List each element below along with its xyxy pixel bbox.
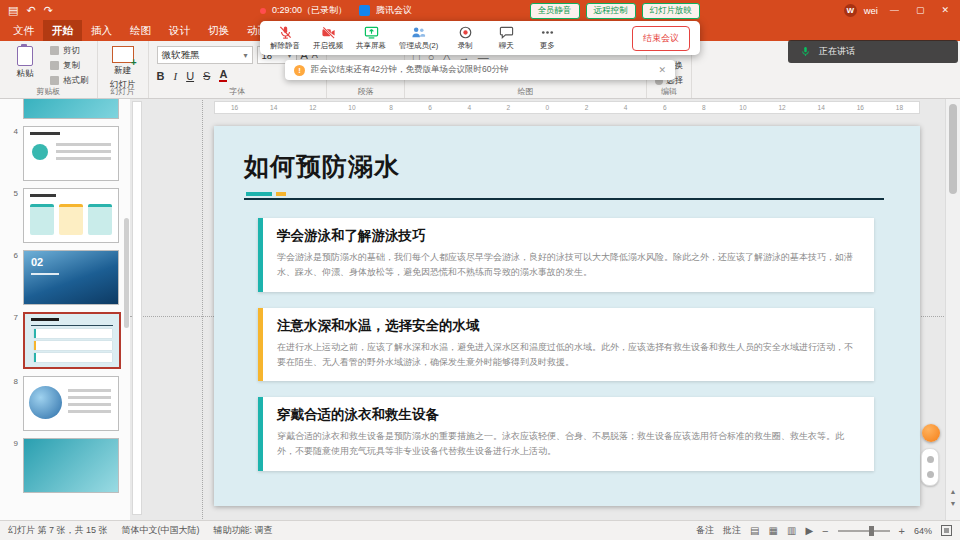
- chat-control[interactable]: 聊天: [492, 25, 520, 51]
- vertical-scrollbar[interactable]: ▲ ▼: [945, 98, 960, 521]
- ruler-tick: 0: [528, 104, 567, 111]
- card-accent-bar: [258, 218, 263, 292]
- more-control[interactable]: 更多: [533, 25, 561, 51]
- ruler-tick: 2: [489, 104, 528, 111]
- end-meeting-button[interactable]: 结束会议: [632, 26, 690, 51]
- menu-tab-3[interactable]: 绘图: [121, 20, 160, 41]
- content-card-1[interactable]: 学会游泳和了解游泳技巧学会游泳是预防溺水的基础，我们每个人都应该尽早学会游泳，良…: [258, 218, 874, 292]
- next-slide-icon[interactable]: ▼: [946, 500, 960, 507]
- strikethrough-button[interactable]: S: [203, 70, 210, 82]
- ruler-tick: 14: [254, 104, 293, 111]
- new-slide-button[interactable]: 新建 幻灯片: [106, 46, 140, 91]
- ruler-tick: 14: [802, 104, 841, 111]
- speaking-indicator: 正在讲话: [788, 40, 958, 63]
- slide-thumbnail-3[interactable]: 301: [2, 98, 124, 119]
- slide-preview[interactable]: 01: [23, 98, 119, 119]
- slide-preview[interactable]: [23, 188, 119, 243]
- slide-preview[interactable]: [23, 312, 121, 369]
- zoom-slider-knob[interactable]: [869, 526, 874, 536]
- ruler-tick: 4: [450, 104, 489, 111]
- paste-button[interactable]: 粘贴: [8, 46, 42, 85]
- control-label: 开启视频: [313, 41, 343, 51]
- card-accent-bar: [258, 308, 263, 382]
- bold-button[interactable]: B: [157, 70, 165, 82]
- content-card-2[interactable]: 注意水深和水温，选择安全的水域在进行水上运动之前，应该了解水深和水温，避免进入深…: [258, 308, 874, 382]
- meeting-pill-2[interactable]: 幻灯片放映: [642, 3, 701, 19]
- scrollbar-thumb[interactable]: [949, 104, 957, 194]
- zoom-level[interactable]: 64%: [914, 526, 932, 536]
- slide-thumbnail-8[interactable]: 8: [2, 376, 124, 431]
- slide-preview[interactable]: [23, 376, 119, 431]
- menu-tab-1[interactable]: 开始: [43, 20, 82, 41]
- slideshow-view-icon[interactable]: ▶: [805, 525, 813, 536]
- slide-preview[interactable]: [23, 126, 119, 181]
- content-card-3[interactable]: 穿戴合适的泳衣和救生设备穿戴合适的泳衣和救生设备是预防溺水的重要措施之一。泳衣应…: [258, 397, 874, 471]
- notice-close-icon[interactable]: ✕: [658, 65, 666, 75]
- minimize-button[interactable]: —: [885, 5, 904, 15]
- menu-tab-2[interactable]: 插入: [82, 20, 121, 41]
- slide-number: 3: [2, 98, 18, 119]
- control-label: 更多: [540, 41, 555, 51]
- notes-toggle[interactable]: 备注: [696, 524, 714, 537]
- fit-to-window-icon[interactable]: [941, 525, 952, 536]
- slide-number: 6: [2, 250, 18, 305]
- camera-off-control[interactable]: 开启视频: [313, 25, 343, 51]
- language-indicator[interactable]: 简体中文(中国大陆): [122, 524, 200, 537]
- slide-thumbnail-4[interactable]: 4: [2, 126, 124, 181]
- ruler-tick: 12: [763, 104, 802, 111]
- font-color-button[interactable]: A: [219, 69, 227, 82]
- floating-tools-pill[interactable]: [921, 448, 939, 486]
- slide-thumbnail-5[interactable]: 5: [2, 188, 124, 243]
- slide-thumbnail-6[interactable]: 602: [2, 250, 124, 305]
- restore-button[interactable]: ▢: [911, 5, 930, 15]
- reading-view-icon[interactable]: ▥: [787, 525, 796, 536]
- card-heading: 穿戴合适的泳衣和救生设备: [277, 406, 858, 424]
- menu-tab-4[interactable]: 设计: [160, 20, 199, 41]
- ruler-tick: 12: [293, 104, 332, 111]
- mic-muted-control[interactable]: 解除静音: [270, 25, 300, 51]
- copy-button[interactable]: 复制: [50, 60, 89, 72]
- record-control[interactable]: 录制: [451, 25, 479, 51]
- tencent-meeting-logo-icon: [359, 5, 370, 16]
- share-screen-control[interactable]: 共享屏幕: [356, 25, 386, 51]
- menu-tab-0[interactable]: 文件: [4, 20, 43, 41]
- menu-tab-5[interactable]: 切换: [199, 20, 238, 41]
- comments-toggle[interactable]: 批注: [723, 524, 741, 537]
- ruler-tick: 10: [723, 104, 762, 111]
- control-label: 共享屏幕: [356, 41, 386, 51]
- ruler-tick: 4: [606, 104, 645, 111]
- normal-view-icon[interactable]: ▤: [750, 525, 759, 536]
- app-menu-icon[interactable]: ▤: [8, 4, 18, 17]
- floating-assistant-button[interactable]: [922, 424, 940, 442]
- close-button[interactable]: ✕: [936, 5, 954, 15]
- meeting-notice: ! 距会议结束还有42分钟，免费版单场会议限时60分钟 ✕: [285, 60, 675, 80]
- slide-title[interactable]: 如何预防溺水: [244, 150, 400, 183]
- undo-icon[interactable]: ↶: [26, 4, 35, 17]
- members-control[interactable]: 管理成员(2): [399, 25, 438, 51]
- slide-number: 8: [2, 376, 18, 431]
- panel-scrollbar[interactable]: [124, 218, 129, 328]
- accessibility-status[interactable]: 辅助功能: 调查: [214, 524, 273, 537]
- meeting-pill-0[interactable]: 全员静音: [530, 3, 580, 19]
- underline-button[interactable]: U: [186, 70, 194, 82]
- format-painter-button[interactable]: 格式刷: [50, 75, 89, 87]
- slide[interactable]: 如何预防溺水 学会游泳和了解游泳技巧学会游泳是预防溺水的基础，我们每个人都应该尽…: [214, 126, 920, 506]
- previous-slide-icon[interactable]: ▲: [946, 488, 960, 495]
- cut-icon: [50, 46, 59, 55]
- slide-thumbnail-7[interactable]: 7: [2, 312, 124, 369]
- meeting-pill-1[interactable]: 远程控制: [586, 3, 636, 19]
- card-accent-bar: [258, 397, 263, 471]
- slide-sorter-view-icon[interactable]: ▦: [769, 525, 778, 536]
- zoom-in-icon[interactable]: +: [899, 525, 905, 537]
- font-name-select[interactable]: 微软雅黑▾: [157, 46, 253, 64]
- cut-button[interactable]: 剪切: [50, 45, 89, 57]
- zoom-slider[interactable]: [838, 530, 890, 532]
- redo-icon[interactable]: ↷: [44, 4, 53, 17]
- slide-thumbnail-9[interactable]: 9: [2, 438, 124, 493]
- user-avatar[interactable]: W: [844, 4, 857, 17]
- italic-button[interactable]: I: [173, 70, 177, 82]
- zoom-out-icon[interactable]: −: [822, 525, 828, 537]
- slide-preview[interactable]: [23, 438, 119, 493]
- slide-preview[interactable]: 02: [23, 250, 119, 305]
- meeting-brand: 腾讯会议: [376, 4, 412, 17]
